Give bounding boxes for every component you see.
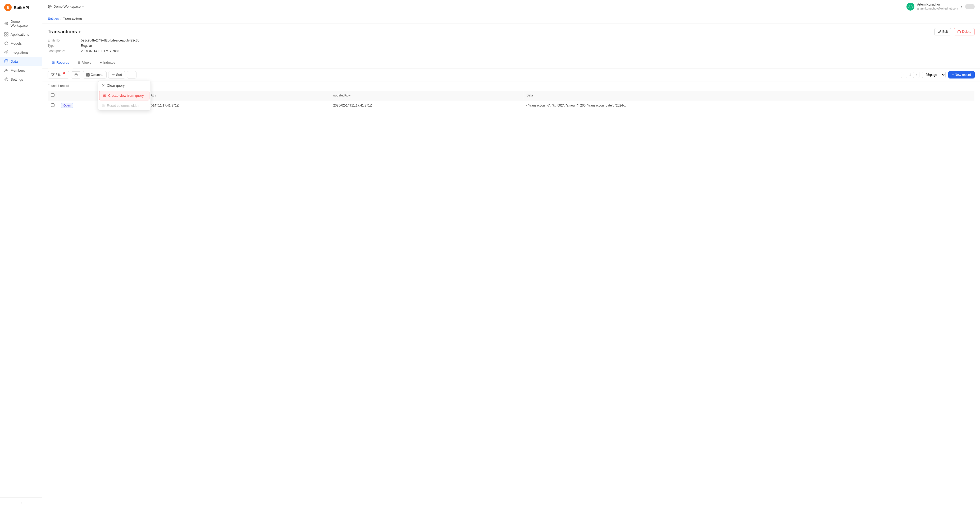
th-data: Data <box>523 90 974 100</box>
per-page-select[interactable]: 25/page 50/page 100/page <box>922 71 946 78</box>
sidebar-item-label: Models <box>11 41 22 46</box>
user-dropdown-arrow[interactable]: ▾ <box>961 5 963 8</box>
sidebar-nav: Demo Workspace Applications Models <box>0 15 42 497</box>
topbar-workspace[interactable]: Demo Workspace ▾ <box>48 5 84 9</box>
svg-point-10 <box>5 60 8 61</box>
content-area: Entities / Transactions Transactions ▾ E… <box>42 13 980 508</box>
breadcrumb: Entities / Transactions <box>42 13 980 24</box>
members-icon <box>4 68 8 72</box>
sidebar-item-demo-workspace[interactable]: Demo Workspace <box>0 17 42 30</box>
sidebar-item-data[interactable]: Data <box>0 57 42 66</box>
filter-button[interactable]: Filter <box>48 71 69 78</box>
toolbar: Filter Columns <box>42 68 980 81</box>
prev-page-button[interactable]: ‹ <box>901 71 907 78</box>
sidebar-item-integrations[interactable]: Integrations <box>0 48 42 57</box>
entity-title: Transactions ▾ <box>48 29 80 35</box>
tab-records-icon: ⊞ <box>52 60 55 65</box>
create-view-icon: ⊞ <box>103 94 106 97</box>
sidebar-item-models[interactable]: Models <box>0 39 42 48</box>
toggle-switch[interactable] <box>965 4 975 9</box>
edit-button[interactable]: Edit <box>934 28 951 35</box>
filter-active-dot <box>63 72 65 74</box>
sidebar-item-label: Demo Workspace <box>11 19 38 27</box>
toolbar-left: Filter Columns <box>48 71 137 78</box>
main-content: Demo Workspace ▾ AR Artem Konuchov artem… <box>42 0 980 508</box>
create-view-label: Create view from query <box>108 94 144 97</box>
edit-icon <box>938 30 941 33</box>
row-checkbox[interactable] <box>51 103 54 107</box>
breadcrumb-parent[interactable]: Entities <box>48 16 59 21</box>
topbar-workspace-icon <box>48 5 52 9</box>
th-updatedAt[interactable]: updatedAt – <box>330 90 523 100</box>
reset-columns-label: Reset columns width <box>107 103 138 108</box>
topbar-workspace-label: Demo Workspace <box>53 5 81 8</box>
records-count: Found 1 record <box>48 81 975 90</box>
svg-rect-16 <box>75 74 77 76</box>
toolbar-right: ‹ 1 › 25/page 50/page 100/page + New rec… <box>901 71 975 78</box>
collapse-button[interactable]: ‹ <box>0 497 42 508</box>
delete-button[interactable]: Delete <box>954 28 975 35</box>
workspace-icon <box>4 21 8 25</box>
entity-title-dropdown[interactable]: ▾ <box>78 30 80 34</box>
svg-point-7 <box>5 52 6 53</box>
svg-point-12 <box>7 69 8 70</box>
topbar: Demo Workspace ▾ AR Artem Konuchov artem… <box>42 0 980 13</box>
table-header-row: createdAt ↓ updatedAt – Data <box>48 90 975 100</box>
logo-text: BuiltAPI <box>14 5 29 10</box>
user-name: Artem Konuchov <box>917 3 958 7</box>
tab-records[interactable]: ⊞ Records <box>48 57 73 68</box>
breadcrumb-separator: / <box>60 16 62 21</box>
sidebar: B BuiltAPI Demo Workspace Applications <box>0 0 42 508</box>
sidebar-item-label: Data <box>11 59 18 64</box>
data-table: createdAt ↓ updatedAt – Data <box>48 90 975 111</box>
tab-views-icon: ⊟ <box>78 60 80 65</box>
entity-id-value: 598c9d4b-2f49-4f2b-bdea-cea5db429c35 <box>81 38 975 42</box>
topbar-dropdown-arrow: ▾ <box>82 5 84 8</box>
pagination: ‹ 1 › <box>901 71 920 78</box>
svg-point-13 <box>6 79 7 80</box>
svg-rect-4 <box>6 32 8 34</box>
type-label: Type: <box>48 44 80 48</box>
user-email: artem.konuchov@wiredhut.com <box>917 6 958 10</box>
breadcrumb-current: Transactions <box>63 16 83 21</box>
sidebar-item-label: Members <box>11 68 25 72</box>
columns-button[interactable]: Columns <box>83 71 107 78</box>
integrations-icon <box>4 50 8 54</box>
svg-rect-6 <box>6 35 8 36</box>
create-view-item[interactable]: ⊞ Create view from query <box>99 90 150 100</box>
sidebar-item-label: Applications <box>11 32 29 37</box>
models-icon <box>4 41 8 46</box>
last-update-value: 2025-02-14T11:17:17.708Z <box>81 49 975 53</box>
delete-query-button[interactable] <box>71 71 81 78</box>
th-createdAt[interactable]: createdAt ↓ <box>137 90 330 100</box>
entity-id-label: Entity ID: <box>48 38 80 42</box>
sidebar-item-settings[interactable]: Settings <box>0 75 42 84</box>
sidebar-item-applications[interactable]: Applications <box>0 30 42 39</box>
svg-point-8 <box>7 51 8 52</box>
tab-views[interactable]: ⊟ Views <box>73 57 95 68</box>
applications-icon <box>4 32 8 37</box>
dropdown-menu: ✕ Clear query ⊞ Create view from query ⊟… <box>98 81 151 111</box>
type-value: Regular <box>81 44 975 48</box>
th-select <box>48 90 58 100</box>
clear-query-label: Clear query <box>107 84 124 87</box>
reset-columns-icon: ⊟ <box>102 103 105 108</box>
topbar-right: AR Artem Konuchov artem.konuchov@wiredhu… <box>907 3 975 11</box>
table-row: Open 2025-02-14T11:17:41.371Z 2025-02-14… <box>48 100 975 111</box>
clear-query-item[interactable]: ✕ Clear query <box>98 81 151 90</box>
new-record-button[interactable]: + New record <box>948 71 975 78</box>
clear-query-icon: ✕ <box>102 84 105 87</box>
tab-indexes[interactable]: ≡ Indexes <box>95 57 119 68</box>
sort-icon <box>111 73 115 77</box>
sort-button[interactable]: Sort <box>108 71 126 78</box>
td-updatedAt: 2025-02-14T11:17:41.371Z <box>330 100 523 111</box>
sidebar-item-members[interactable]: Members <box>0 66 42 75</box>
tabs: ⊞ Records ⊟ Views ≡ Indexes <box>42 57 980 68</box>
more-button[interactable]: ··· <box>127 71 137 78</box>
next-page-button[interactable]: › <box>913 71 920 78</box>
table-body: Open 2025-02-14T11:17:41.371Z 2025-02-14… <box>48 100 975 111</box>
reset-columns-item: ⊟ Reset columns width <box>98 101 151 110</box>
entity-title-row: Transactions ▾ Edit <box>48 28 975 35</box>
select-all-checkbox[interactable] <box>51 93 54 97</box>
td-createdAt: 2025-02-14T11:17:41.371Z <box>137 100 330 111</box>
